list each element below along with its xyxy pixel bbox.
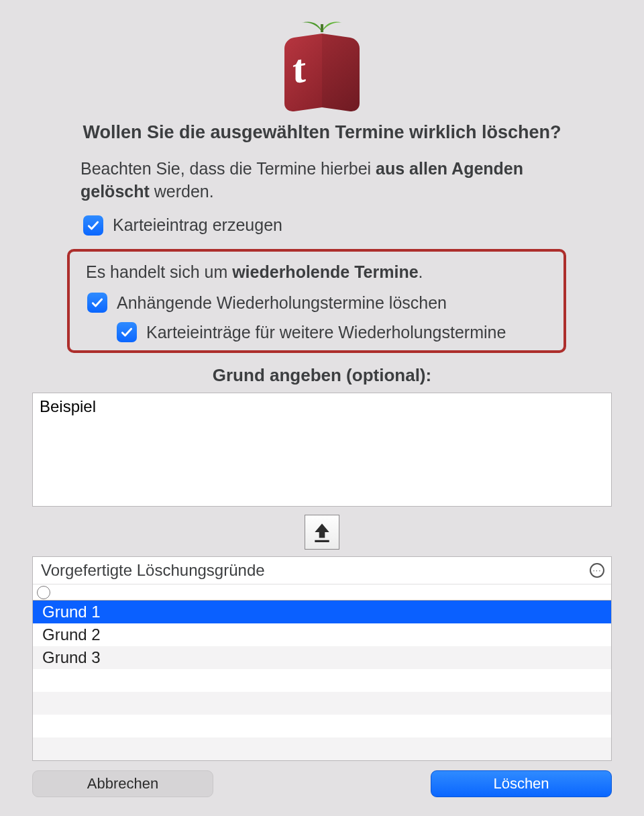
list-item: . [33,669,611,692]
dialog-title: Wollen Sie die ausgewählten Termine wirk… [54,122,590,143]
list-item: . [33,737,611,760]
list-item: . [33,715,611,737]
list-item[interactable]: Grund 3 [33,646,611,669]
checkmark-icon [87,293,107,313]
radio-icon [37,586,50,599]
checkbox-label: Anhängende Wiederholungstermine löschen [117,293,447,313]
checkmark-icon [83,215,103,236]
leaf-icon [301,19,343,32]
checkbox-card-entries-recurring[interactable]: Karteieinträge für weitere Wiederholungs… [117,322,555,342]
checkbox-label: Karteieinträge für weitere Wiederholungs… [146,323,506,342]
preset-filter-row[interactable] [33,584,611,601]
list-item[interactable]: Grund 2 [33,623,611,646]
svg-rect-1 [315,540,329,542]
checkbox-delete-recurring[interactable]: Anhängende Wiederholungstermine löschen [87,293,555,313]
preset-reasons-body: Grund 1 Grund 2 Grund 3 . . . . [33,601,611,760]
preset-reasons-header: Vorgefertigte Löschungsgründe ··· [33,557,611,584]
list-item: . [33,692,611,715]
recurring-description: Es handelt sich um wiederholende Termine… [86,261,555,284]
svg-rect-0 [321,24,323,32]
app-icon: t [13,19,631,110]
recurring-highlight-box: Es handelt sich um wiederholende Termine… [67,249,566,354]
preset-reasons-list: Vorgefertigte Löschungsgründe ··· Grund … [32,556,612,761]
dialog-description: Beachten Sie, dass die Termine hierbei a… [80,158,566,203]
checkbox-label: Karteieintrag erzeugen [113,215,282,235]
reason-textarea[interactable]: Beispiel [32,393,612,507]
checkmark-icon [117,322,137,342]
cancel-button[interactable]: Abbrechen [32,770,213,797]
checkbox-create-card-entry[interactable]: Karteieintrag erzeugen [83,215,566,236]
more-options-icon[interactable]: ··· [590,563,604,578]
apply-reason-button[interactable] [305,515,339,550]
list-item[interactable]: Grund 1 [33,601,611,623]
upload-icon [313,522,331,542]
reason-heading: Grund angeben (optional): [13,365,631,386]
app-icon-letter: t [292,48,306,90]
delete-button[interactable]: Löschen [431,770,612,797]
